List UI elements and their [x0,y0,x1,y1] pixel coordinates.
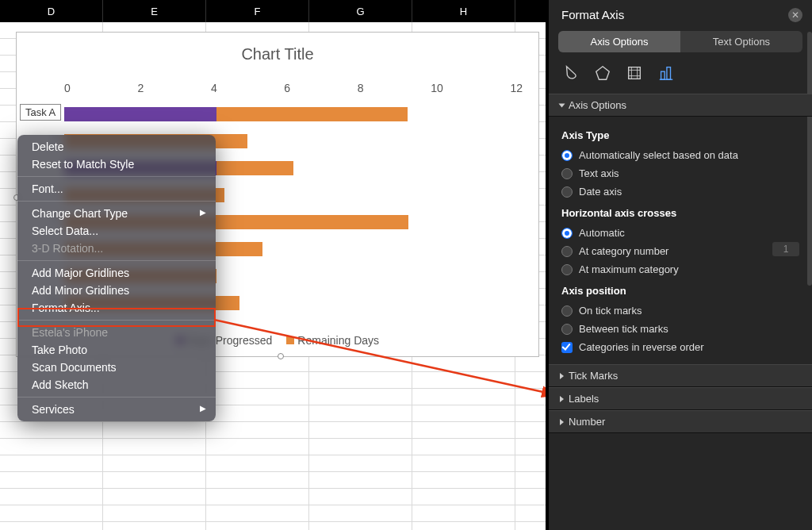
radio-between-tick-marks[interactable]: Between tick marks [561,320,799,338]
bar-segment-remaining[interactable] [216,107,408,121]
menu-separator [17,201,216,202]
svg-rect-3 [661,71,665,79]
category-number-field[interactable]: 1 [772,242,799,256]
x-tick: 0 [64,82,71,96]
radio-label: At category number [579,245,668,257]
radio-hcross-category[interactable]: At category number1 [561,242,799,260]
pane-title: Format Axis ✕ [549,0,812,31]
bar-segment-progressed[interactable] [64,107,216,121]
radio-on-tick-marks[interactable]: On tick marks [561,301,799,320]
section-tick-marks[interactable]: Tick Marks [549,364,812,387]
radio-axis-type-date[interactable]: Date axis [561,182,799,201]
menu-item-delete[interactable]: Delete [17,138,216,156]
chart-title[interactable]: Chart Title [17,33,538,70]
checkbox-label: Categories in reverse order [579,341,704,353]
submenu-arrow-icon: ▶ [200,208,206,217]
checkbox-categories-reverse[interactable]: Categories in reverse order [561,338,799,356]
x-axis-ticks: 0 2 4 6 8 10 12 [64,82,523,96]
fill-line-icon[interactable] [560,62,582,84]
bar-segment-remaining[interactable] [216,161,293,175]
menu-item-format-axis[interactable]: Format Axis... [17,299,216,317]
menu-item-scan-documents[interactable]: Scan Documents [17,359,216,376]
size-properties-icon[interactable] [623,62,645,84]
radio-icon [561,168,573,179]
radio-icon [561,264,573,275]
radio-label: Automatically select based on data [579,149,738,161]
section-axis-options[interactable]: Axis Options [549,94,812,117]
menu-separator [17,176,216,177]
svg-rect-2 [629,67,641,79]
radio-axis-type-text[interactable]: Text axis [561,164,799,182]
radio-hcross-max[interactable]: At maximum category [561,260,799,278]
column-header[interactable]: E [103,0,206,22]
menu-item-select-data[interactable]: Select Data... [17,222,216,240]
checkbox-icon [561,342,573,353]
menu-item-font[interactable]: Font... [17,180,216,198]
radio-icon [561,246,573,257]
radio-icon [561,228,573,239]
menu-item-take-photo[interactable]: Take Photo [17,341,216,359]
radio-label: Between tick marks [579,323,668,335]
column-header[interactable]: F [206,0,309,22]
legend-entry[interactable]: Remaining Days [286,334,379,347]
radio-axis-type-auto[interactable]: Automatically select based on data [561,146,799,164]
radio-icon [561,324,573,335]
menu-separator [17,260,216,261]
menu-item-change-chart-type[interactable]: Change Chart Type▶ [17,205,216,222]
y-axis-selected-label[interactable]: Task A [20,104,61,121]
column-header[interactable]: H [412,0,515,22]
radio-icon [561,305,573,317]
tab-axis-options[interactable]: Axis Options [558,31,680,52]
sub-header: Horizontal axis crosses [561,207,799,219]
segmented-control: Axis Options Text Options [558,31,802,52]
format-category-icons [549,62,812,94]
radio-label: On tick marks [579,305,642,317]
svg-marker-1 [596,67,610,80]
axis-options-icon[interactable] [655,62,677,84]
menu-item-iphone: Estela's iPhone [17,324,216,341]
x-tick: 2 [137,82,144,96]
disclosure-triangle-icon [559,104,565,108]
bar-row: Task A [64,107,523,123]
section-body: Axis Type Automatically select based on … [549,117,812,364]
menu-item-services[interactable]: Services▶ [17,401,216,418]
sub-header: Axis Type [561,129,799,141]
selection-handle[interactable] [278,353,284,359]
close-icon[interactable]: ✕ [788,8,802,22]
pane-title-label: Format Axis [561,8,624,21]
menu-item-add-major-gridlines[interactable]: Add Major Gridlines [17,264,216,282]
radio-label: Automatic [579,227,625,239]
disclosure-triangle-icon [560,396,564,402]
radio-icon [561,150,573,161]
menu-separator [17,320,216,321]
menu-item-reset-style[interactable]: Reset to Match Style [17,156,216,173]
menu-item-add-sketch[interactable]: Add Sketch [17,376,216,394]
x-tick: 12 [510,82,523,96]
svg-rect-4 [667,67,671,80]
submenu-arrow-icon: ▶ [200,404,206,413]
scrollbar[interactable] [807,32,812,286]
context-menu: Delete Reset to Match Style Font... Chan… [17,135,216,421]
menu-separator [17,397,216,398]
column-header[interactable]: D [0,0,103,22]
section-labels[interactable]: Labels [549,387,812,410]
menu-item-3d-rotation: 3-D Rotation... [17,240,216,257]
radio-label: Text axis [579,167,619,179]
radio-icon [561,186,573,198]
legend-label: Remaining Days [297,334,379,347]
x-tick: 4 [211,82,217,96]
tab-text-options[interactable]: Text Options [680,31,802,52]
menu-label: Services [32,403,75,416]
menu-item-add-minor-gridlines[interactable]: Add Minor Gridlines [17,282,216,299]
section-label: Axis Options [569,99,626,111]
x-tick: 6 [284,82,290,96]
format-axis-pane: Format Axis ✕ Axis Options Text Options … [546,0,812,530]
radio-hcross-auto[interactable]: Automatic [561,224,799,242]
section-number[interactable]: Number [549,410,812,433]
sub-header: Axis position [561,285,799,297]
section-label: Labels [569,393,599,405]
effects-icon[interactable] [592,62,614,84]
x-tick: 10 [431,82,443,96]
column-header[interactable]: G [309,0,412,22]
radio-label: Date axis [579,186,622,198]
